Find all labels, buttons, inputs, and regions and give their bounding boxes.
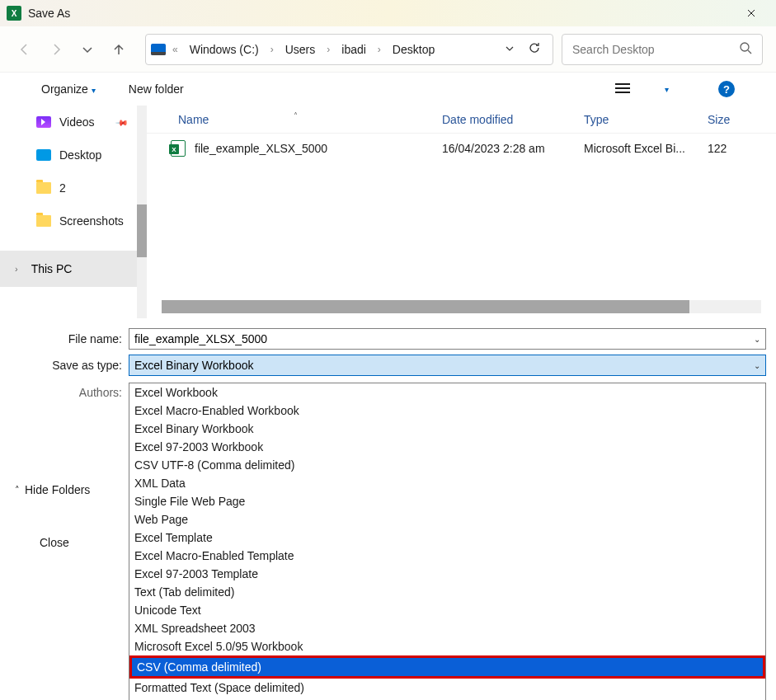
sidebar-item-videos[interactable]: Videos xyxy=(0,106,147,139)
organize-menu[interactable]: Organize▾ xyxy=(41,82,96,96)
sidebar-item-label: 2 xyxy=(59,181,66,195)
svg-point-0 xyxy=(741,43,749,51)
chevron-right-icon: › xyxy=(376,44,383,55)
savetype-option[interactable]: Excel 97-2003 Template xyxy=(129,565,765,583)
breadcrumb[interactable]: « Windows (C:) › Users › ibadi › Desktop xyxy=(145,34,553,65)
excel-file-icon xyxy=(170,140,186,157)
chevron-right-icon: › xyxy=(269,44,275,55)
back-button[interactable] xyxy=(13,38,36,61)
breadcrumb-seg[interactable]: Desktop xyxy=(388,40,440,59)
chevron-right-icon: › xyxy=(325,44,332,55)
savetype-option[interactable]: Text (Tab delimited) xyxy=(129,583,765,601)
search-icon xyxy=(739,41,752,57)
chevron-icon: « xyxy=(171,44,180,55)
savetype-option[interactable]: Single File Web Page xyxy=(129,492,765,510)
filename-label: File name: xyxy=(0,332,129,345)
file-type: Microsoft Excel Bi... xyxy=(584,142,708,155)
breadcrumb-seg[interactable]: ibadi xyxy=(336,40,371,59)
savetype-combobox[interactable]: Excel Binary Workbook ⌄ xyxy=(129,355,766,376)
col-size[interactable]: Size xyxy=(708,113,730,126)
breadcrumb-seg[interactable]: Windows (C:) xyxy=(185,40,264,59)
file-date: 16/04/2023 2:28 am xyxy=(442,142,584,155)
authors-label: Authors: xyxy=(0,386,129,399)
view-dropdown[interactable]: ▾ xyxy=(665,85,669,94)
savetype-value: Excel Binary Workbook xyxy=(134,359,253,372)
savetype-option[interactable]: XML Data xyxy=(129,474,765,492)
recent-dropdown-button[interactable] xyxy=(76,38,99,61)
titlebar: X Save As xyxy=(0,0,776,26)
forward-button[interactable] xyxy=(45,38,68,61)
sidebar: Videos Desktop 2 Screenshots › This PC xyxy=(0,106,147,318)
close-window-button[interactable] xyxy=(733,0,769,26)
videos-icon xyxy=(36,116,51,128)
savetype-option[interactable]: Text (Macintosh) xyxy=(129,697,765,700)
main-area: Videos Desktop 2 Screenshots › This PC N… xyxy=(0,106,776,318)
file-row[interactable]: file_example_XLSX_5000 16/04/2023 2:28 a… xyxy=(147,134,776,163)
filename-input[interactable]: file_example_XLSX_5000 ⌄ xyxy=(129,328,766,350)
desktop-icon xyxy=(36,149,51,161)
horizontal-scrollbar[interactable] xyxy=(162,300,761,313)
savetype-option[interactable]: Web Page xyxy=(129,510,765,529)
col-type[interactable]: Type xyxy=(584,113,708,126)
savetype-option[interactable]: Excel Binary Workbook xyxy=(129,420,765,438)
svg-rect-1 xyxy=(615,83,630,85)
close-command[interactable]: Close xyxy=(40,536,69,549)
savetype-option[interactable]: Microsoft Excel 5.0/95 Workbook xyxy=(129,637,765,655)
file-list-area: Name˄ Date modified Type Size file_examp… xyxy=(147,106,776,318)
help-button[interactable]: ? xyxy=(718,81,735,97)
savetype-option[interactable]: Excel Macro-Enabled Template xyxy=(129,547,765,565)
sidebar-item-label: This PC xyxy=(31,262,73,275)
hscroll-thumb[interactable] xyxy=(162,300,689,313)
col-date[interactable]: Date modified xyxy=(442,113,584,126)
savetype-option[interactable]: Excel 97-2003 Workbook xyxy=(129,438,765,456)
savetype-option[interactable]: Unicode Text xyxy=(129,601,765,619)
savetype-option[interactable]: Excel Macro-Enabled Workbook xyxy=(129,402,765,420)
up-button[interactable] xyxy=(107,38,130,61)
sidebar-item-label: Desktop xyxy=(59,148,101,162)
breadcrumb-seg[interactable]: Users xyxy=(280,40,321,59)
chevron-down-icon[interactable]: ⌄ xyxy=(754,335,760,344)
sidebar-item-label: Videos xyxy=(59,115,95,129)
highlighted-option: CSV (Comma delimited) xyxy=(129,655,765,679)
savetype-option[interactable]: CSV UTF-8 (Comma delimited) xyxy=(129,456,765,474)
col-name[interactable]: Name˄ xyxy=(178,113,442,126)
savetype-option[interactable]: Formatted Text (Space delimited) xyxy=(129,679,765,697)
new-folder-button[interactable]: New folder xyxy=(129,82,184,96)
savetype-option[interactable]: Excel Workbook xyxy=(129,383,765,402)
window-title: Save As xyxy=(28,7,733,20)
search-box[interactable] xyxy=(562,34,763,65)
sidebar-scroll-thumb[interactable] xyxy=(137,204,147,257)
chevron-up-icon: ˄ xyxy=(15,485,20,496)
excel-app-icon: X xyxy=(7,6,21,21)
close-icon xyxy=(747,9,755,17)
sidebar-item-folder[interactable]: 2 xyxy=(0,171,147,204)
svg-rect-3 xyxy=(615,92,630,93)
toolbar: Organize▾ New folder ▾ ? xyxy=(0,73,776,106)
folder-icon xyxy=(36,182,51,194)
savetype-dropdown[interactable]: Excel WorkbookExcel Macro-Enabled Workbo… xyxy=(129,383,766,700)
sidebar-item-screenshots[interactable]: Screenshots xyxy=(0,204,147,237)
nav-row: « Windows (C:) › Users › ibadi › Desktop xyxy=(0,26,776,73)
file-name: file_example_XLSX_5000 xyxy=(195,142,442,155)
sidebar-item-label: Screenshots xyxy=(59,214,124,228)
savetype-option[interactable]: CSV (Comma delimited) xyxy=(132,658,763,676)
file-size: 122 xyxy=(708,142,727,155)
svg-rect-2 xyxy=(615,87,630,89)
savetype-option[interactable]: XML Spreadsheet 2003 xyxy=(129,619,765,637)
filename-value: file_example_XLSX_5000 xyxy=(134,332,267,345)
savetype-label: Save as type: xyxy=(0,359,129,372)
drive-icon xyxy=(151,44,166,55)
column-headers: Name˄ Date modified Type Size xyxy=(147,106,776,134)
chevron-right-icon: › xyxy=(15,264,18,274)
sort-indicator-icon: ˄ xyxy=(294,111,298,120)
sidebar-item-desktop[interactable]: Desktop xyxy=(0,139,147,171)
chevron-down-icon[interactable]: ⌄ xyxy=(754,361,760,370)
breadcrumb-dropdown[interactable] xyxy=(505,43,515,56)
refresh-button[interactable] xyxy=(528,41,541,57)
view-options-button[interactable] xyxy=(615,82,630,96)
savetype-option[interactable]: Excel Template xyxy=(129,529,765,547)
hide-folders-button[interactable]: ˄ Hide Folders xyxy=(15,483,90,496)
sidebar-item-thispc[interactable]: › This PC xyxy=(0,251,147,287)
folder-icon xyxy=(36,215,51,227)
search-input[interactable] xyxy=(572,43,739,56)
